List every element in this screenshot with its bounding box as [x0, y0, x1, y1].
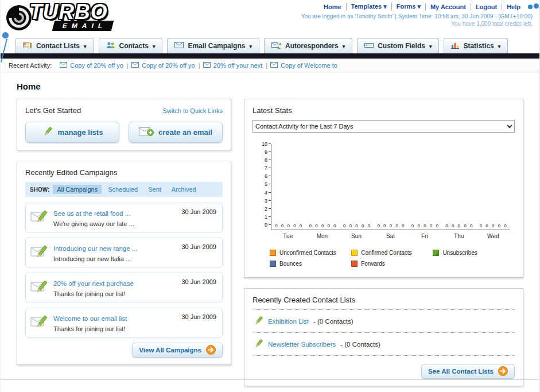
get-started-panel: Let's Get Started Switch to Quick Links …	[17, 99, 231, 150]
tab-autoresponders[interactable]: Autoresponders	[264, 38, 352, 53]
campaign-title-link[interactable]: 20% off your next purchase	[53, 280, 134, 287]
tab-statistics[interactable]: Statistics	[444, 38, 508, 53]
recent-activity-item[interactable]: 20% off your next	[201, 62, 268, 69]
campaign-email-edit-icon	[30, 209, 49, 226]
recently-created-contact-lists-panel: Recently Created Contact Lists Exhibitio…	[244, 288, 523, 386]
chart-x-spacer	[254, 230, 271, 239]
campaign-date: 30 Jun 2009	[181, 313, 216, 320]
chart-bar-group: 0 0 0 0 0	[271, 223, 305, 230]
chart-y-tick: 9	[265, 150, 271, 155]
legend-item: Bounces	[270, 261, 351, 267]
manage-lists-button[interactable]: manage lists	[25, 122, 119, 143]
tab-contact-lists[interactable]: Contact Lists	[15, 38, 94, 53]
campaign-row[interactable]: Welcome to our email list Thanks for joi…	[25, 308, 223, 337]
chart-y-tick: 3	[265, 199, 271, 204]
pencil-icon	[254, 339, 263, 350]
email-plus-icon	[139, 126, 154, 138]
contact-list-link[interactable]: Newsletter Subscribers	[268, 341, 336, 348]
chart-y-tick: 5	[265, 182, 271, 187]
top-link-home[interactable]: Home	[319, 3, 346, 10]
legend-item: Forwards	[351, 261, 433, 267]
top-link-my-account[interactable]: My Account	[425, 3, 471, 10]
recent-activity-item[interactable]: Copy of 20% off yo	[129, 62, 201, 69]
campaign-title-link[interactable]: Welcome to our email list	[53, 315, 127, 322]
campaign-subtitle: Thanks for joining our list!	[53, 290, 174, 297]
view-all-campaigns-label: View All Campaigns	[139, 347, 201, 354]
recent-activity-item-label: 20% off your next	[213, 62, 262, 69]
campaign-filter[interactable]: Sent	[144, 185, 165, 194]
campaign-email-edit-icon	[30, 279, 49, 296]
chart-bar-group: 0 0 0 0 0	[374, 223, 407, 230]
chart-y-tick: 7	[265, 166, 271, 171]
switch-quick-links-link[interactable]: Switch to Quick Links	[162, 107, 223, 114]
show-label: SHOW:	[30, 187, 49, 193]
top-link-help[interactable]: Help	[502, 3, 525, 10]
top-link-forms[interactable]: Forms ▾	[391, 3, 425, 10]
chart-y-axis: 109876543210	[254, 142, 271, 228]
see-all-contact-lists-button[interactable]: See All Contact Lists	[421, 364, 515, 379]
decorative-dot-left	[2, 32, 9, 38]
logo-subtitle: EMAIL	[52, 21, 114, 31]
chart-bar-group: 0 0 0 0 0	[340, 223, 374, 230]
pencil-icon	[42, 126, 53, 138]
campaign-row[interactable]: Introducing our new range ... Introducin…	[25, 238, 223, 267]
stats-chart: 109876543210 0 0 0 0 00 0 0 0 00 0 0 0 0…	[254, 144, 510, 239]
logo-text: TURBO EMAIL	[29, 2, 112, 31]
footer-divider	[1, 379, 539, 380]
contact-list-link[interactable]: Exhibition List	[268, 318, 309, 325]
campaign-row[interactable]: 20% off your next purchase Thanks for jo…	[25, 273, 223, 302]
campaign-filter[interactable]: Archived	[168, 185, 200, 194]
app-logo[interactable]: TURBO EMAIL	[5, 2, 112, 34]
create-email-button[interactable]: create an email	[129, 122, 223, 143]
legend-label: Bounces	[279, 261, 302, 267]
chart-bar-group: 0 0 0 0 0	[442, 223, 476, 230]
tab-contacts[interactable]: Contacts	[99, 38, 163, 53]
login-info: You are logged in as 'Timothy Smith' | S…	[301, 13, 533, 20]
top-link-templates[interactable]: Templates ▾	[346, 3, 391, 10]
recent-activity-bar: Recent Activity: Copy of 20% off yo Copy…	[1, 59, 539, 72]
pencil-icon	[254, 316, 263, 327]
campaign-filter[interactable]: All Campaigns	[53, 185, 102, 194]
campaign-subtitle: We're giving away our late ...	[53, 220, 174, 227]
stats-panel-title: Latest Stats	[252, 106, 515, 115]
statistics-icon	[451, 41, 459, 51]
chart-y-tick: 2	[265, 207, 271, 212]
chart-bar-group: 0 0 0 0 0	[476, 223, 510, 230]
recent-activity-item[interactable]: Copy of Welcome to	[268, 62, 343, 69]
tab-custom-fields[interactable]: Custom Fields	[357, 38, 439, 53]
chart-bar-group: 0 0 0 0 0	[305, 223, 339, 230]
contact-lists-panel-title: Recently Created Contact Lists	[252, 296, 515, 310]
campaign-email-edit-icon	[30, 314, 49, 331]
campaign-row[interactable]: See us at the retail food ... We're givi…	[25, 203, 223, 232]
contact-list-row: Exhibition List - (0 Contacts)	[252, 310, 515, 333]
campaign-filter[interactable]: Scheduled	[104, 185, 142, 194]
campaign-filters: All Campaigns Scheduled Sent Archived	[53, 185, 200, 194]
stats-activity-select[interactable]: Contact Activity for the Last 7 Days	[252, 120, 515, 133]
chart-y-tick: 4	[265, 191, 271, 196]
chart-y-tick: 0	[265, 223, 271, 228]
contact-lists: Exhibition List - (0 Contacts) Newslette…	[252, 310, 515, 356]
campaign-title-link[interactable]: See us at the retail food ...	[53, 210, 130, 217]
create-email-label: create an email	[158, 128, 212, 137]
chart-x-label: Sat	[374, 233, 408, 239]
legend-swatch	[351, 261, 358, 267]
recent-activity-item-label: Copy of 20% off yo	[142, 62, 195, 69]
recent-activity-item[interactable]: Copy of 20% off yo	[57, 62, 129, 69]
notification-dot-icon	[528, 5, 533, 9]
top-link-logout[interactable]: Logout	[471, 3, 502, 10]
campaign-title-link[interactable]: Introducing our new range ...	[53, 245, 137, 252]
contact-list-detail: - (0 Contacts)	[340, 341, 380, 348]
tab-label: Contact Lists	[36, 42, 80, 50]
chevron-down-icon	[249, 42, 252, 50]
get-started-title: Let's Get Started	[25, 106, 81, 115]
nav-divider-bar	[1, 53, 539, 59]
chart-legend: Unconfirmed Contacts Confirmed Contacts …	[270, 250, 515, 267]
legend-swatch	[270, 261, 276, 267]
top-nav-links: Home Templates ▾ Forms ▾ My Account Logo…	[319, 3, 533, 10]
chevron-down-icon	[343, 42, 345, 50]
tab-email-campaigns[interactable]: Email Campaigns	[167, 38, 259, 53]
tab-label: Custom Fields	[378, 42, 425, 50]
decorative-dot-right	[534, 3, 539, 9]
chart-y-tick: 6	[265, 174, 271, 179]
view-all-campaigns-button[interactable]: View All Campaigns	[132, 343, 223, 358]
